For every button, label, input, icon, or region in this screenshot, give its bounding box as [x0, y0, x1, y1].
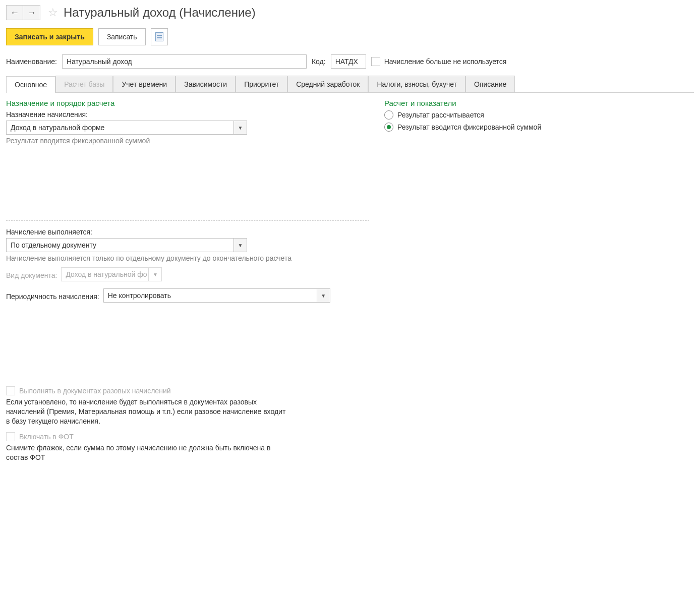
purpose-dropdown-toggle[interactable]: ▼ — [234, 121, 247, 135]
doc-type-dropdown-toggle: ▼ — [149, 267, 162, 281]
separator — [6, 220, 369, 221]
chevron-down-icon: ▼ — [238, 243, 243, 248]
document-icon-button[interactable] — [151, 28, 168, 45]
chevron-down-icon: ▼ — [153, 272, 158, 277]
oneoff-hint: Если установлено, то начисление будет вы… — [6, 397, 288, 426]
tab-taxes[interactable]: Налоги, взносы, бухучет — [368, 76, 465, 92]
tab-time[interactable]: Учет времени — [113, 76, 176, 92]
calc-section-title: Расчет и показатели — [384, 99, 694, 107]
page-title: Натуральный доход (Начисление) — [64, 6, 256, 20]
purpose-dropdown[interactable]: Доход в натуральной форме — [6, 121, 234, 135]
name-input[interactable] — [62, 54, 307, 69]
radio-fixed-sum[interactable] — [384, 123, 393, 132]
nav-back-button[interactable]: ← — [6, 5, 23, 20]
inactive-label: Начисление больше не используется — [384, 57, 507, 66]
period-label: Периодичность начисления: — [6, 292, 99, 301]
tab-desc[interactable]: Описание — [465, 76, 515, 92]
save-and-close-button[interactable]: Записать и закрыть — [6, 28, 93, 45]
nav-forward-button[interactable]: → — [23, 5, 40, 20]
name-label: Наименование: — [6, 57, 57, 66]
tabs-bar: Основное Расчет базы Учет времени Зависи… — [6, 76, 694, 93]
tab-main[interactable]: Основное — [6, 76, 55, 93]
exec-hint: Начисление выполняется только по отдельн… — [6, 254, 369, 262]
exec-dropdown-toggle[interactable]: ▼ — [234, 238, 247, 252]
radio-calculated-label: Результат рассчитывается — [397, 111, 484, 119]
exec-label: Начисление выполняется: — [6, 228, 369, 236]
save-button[interactable]: Записать — [98, 28, 146, 45]
fot-label: Включать в ФОТ — [19, 433, 74, 441]
period-dropdown-toggle[interactable]: ▼ — [317, 288, 330, 303]
doc-type-dropdown: Доход в натуральной фо — [61, 267, 149, 281]
radio-calculated[interactable] — [384, 110, 393, 120]
doc-type-label: Вид документа: — [6, 271, 57, 279]
exec-dropdown[interactable]: По отдельному документу — [6, 238, 234, 252]
oneoff-checkbox — [6, 386, 15, 395]
oneoff-label: Выполнять в документах разовых начислени… — [19, 387, 171, 395]
purpose-hint: Результат вводится фиксированной суммой — [6, 137, 369, 145]
chevron-down-icon: ▼ — [238, 125, 243, 131]
star-icon[interactable]: ☆ — [46, 6, 60, 19]
chevron-down-icon: ▼ — [321, 293, 326, 299]
tab-base-calc[interactable]: Расчет базы — [55, 76, 113, 92]
radio-fixed-sum-label: Результат вводится фиксированной суммой — [397, 123, 541, 131]
code-label: Код: — [312, 57, 326, 66]
tab-avg-salary[interactable]: Средний заработок — [287, 76, 368, 92]
tab-deps[interactable]: Зависимости — [176, 76, 236, 92]
purpose-section-title: Назначение и порядок расчета — [6, 99, 369, 107]
tab-priority[interactable]: Приоритет — [236, 76, 287, 92]
document-icon — [155, 32, 163, 41]
code-input[interactable] — [331, 54, 366, 69]
purpose-label: Назначение начисления: — [6, 110, 369, 119]
fot-checkbox — [6, 432, 15, 441]
fot-hint: Снимите флажок, если сумма по этому начи… — [6, 443, 288, 462]
inactive-checkbox[interactable] — [371, 57, 380, 66]
period-dropdown[interactable]: Не контролировать — [103, 288, 317, 303]
